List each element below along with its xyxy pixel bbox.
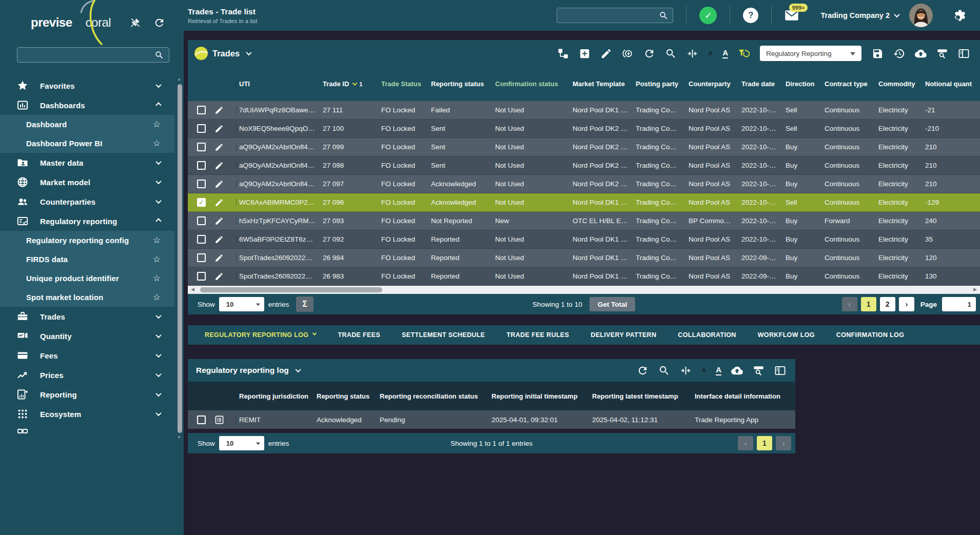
favorite-star-icon[interactable]: ☆	[153, 254, 161, 265]
tab-delivery-pattern[interactable]: DELIVERY PATTERN	[580, 325, 667, 345]
row-checkbox[interactable]	[197, 161, 206, 170]
sidebar-item[interactable]: Ecosystem	[0, 404, 174, 424]
sidebar-item[interactable]: Dashboard☆	[0, 115, 174, 134]
pagination-page-2[interactable]: 2	[880, 297, 895, 311]
edit-icon[interactable]	[214, 253, 224, 263]
row-checkbox[interactable]	[197, 124, 206, 133]
row-checkbox[interactable]	[197, 235, 206, 244]
tab-trade-fee-rules[interactable]: TRADE FEE RULES	[496, 325, 580, 345]
table-row[interactable]: aQ9OyAM2xAbrlOnfl4…27 097FO LockedAcknow…	[188, 175, 980, 193]
tab-settlement-schedule[interactable]: SETTLEMENT SCHEDULE	[391, 325, 496, 345]
tab-regulatory-reporting-log[interactable]: REGULATORY REPORTING LOG	[194, 325, 327, 345]
table-row[interactable]: SpotTrades26092022…26 983FO LockedReport…	[188, 267, 980, 286]
column-header-latest_timestamp[interactable]: Reporting latest timestamp	[592, 392, 695, 400]
column-header-uti[interactable]: UTI	[236, 80, 323, 88]
edit-icon[interactable]	[214, 124, 224, 133]
layout-icon[interactable]	[958, 48, 970, 60]
column-header-interface[interactable]: Interface detail information	[695, 392, 795, 400]
sidebar-item[interactable]: Regulatory reporting	[0, 211, 174, 231]
edit-icon[interactable]	[214, 216, 224, 226]
search-icon[interactable]	[659, 11, 669, 21]
edit-icon[interactable]	[214, 235, 224, 244]
font-size-icon[interactable]: A	[716, 365, 721, 375]
sidebar-item[interactable]: Counterparties	[0, 192, 174, 211]
column-header-confirmation_status[interactable]: Confirmation status	[495, 80, 573, 88]
global-search-input[interactable]	[561, 12, 659, 19]
account-menu[interactable]: Trading Company 2	[820, 11, 899, 19]
column-header-trade_date[interactable]: Trade date	[741, 80, 786, 88]
scroll-right-icon[interactable]: ▶	[973, 287, 977, 292]
column-header-notional[interactable]: Notional quant	[925, 80, 980, 88]
column-header-initial_timestamp[interactable]: Reporting initial timestamp	[492, 392, 592, 400]
scroll-left-icon[interactable]: ◀	[191, 287, 194, 292]
column-header-status[interactable]: Reporting status	[317, 392, 380, 400]
sidebar-item[interactable]: Favorites	[0, 76, 174, 95]
search-icon[interactable]	[154, 50, 164, 60]
pagination-page-1[interactable]: 1	[861, 297, 876, 311]
pagination-page-1[interactable]: 1	[757, 436, 772, 450]
chevron-down-icon[interactable]	[295, 367, 301, 372]
column-header-jurisdiction[interactable]: Reporting jurisdiction	[236, 392, 317, 400]
edit-icon[interactable]	[214, 272, 224, 281]
page-input[interactable]	[942, 297, 976, 311]
column-header-commodity[interactable]: Commodity	[878, 80, 925, 88]
unpin-icon[interactable]	[129, 17, 141, 29]
edit-icon[interactable]	[214, 161, 224, 170]
favorite-star-icon[interactable]: ☆	[153, 138, 161, 149]
table-row[interactable]: aQ9OyAM2xAbrlOnfl4…27 098FO LockedSentNo…	[188, 156, 980, 175]
sidebar-item[interactable]: Reporting	[0, 385, 174, 404]
pagination-next[interactable]: ›	[899, 297, 914, 311]
chevron-down-icon[interactable]	[246, 50, 252, 55]
help-icon[interactable]: ?	[743, 8, 758, 23]
table-row[interactable]: aQ9OyAM2xAbrlOnfl4…27 099FO LockedSentNo…	[188, 138, 980, 156]
sidebar-item[interactable]: Spot market location☆	[0, 288, 174, 307]
refresh-icon[interactable]	[643, 48, 655, 60]
favorite-star-icon[interactable]: ☆	[153, 235, 161, 246]
collapse-columns-icon[interactable]	[680, 365, 692, 377]
collapse-columns-icon[interactable]	[687, 48, 698, 60]
search-icon[interactable]	[658, 365, 670, 377]
row-checkbox[interactable]	[197, 106, 206, 114]
sidebar-scrollbar[interactable]: ▲ ▼	[177, 77, 183, 440]
add-circle-icon[interactable]	[622, 48, 634, 60]
add-icon[interactable]	[579, 48, 591, 60]
app-logo[interactable]: previse coral	[31, 15, 111, 30]
edit-icon[interactable]	[214, 198, 224, 207]
page-size-select[interactable]: 10	[219, 297, 264, 311]
row-checkbox[interactable]	[197, 253, 206, 262]
table-row[interactable]: REMITAcknowledgedPending2025-04-01, 09:3…	[188, 410, 795, 429]
row-checkbox[interactable]	[197, 216, 206, 225]
sidebar-item[interactable]: FIRDS data☆	[0, 250, 174, 269]
layout-icon[interactable]	[774, 365, 786, 377]
sidebar-item[interactable]: Master data	[0, 153, 174, 172]
table-row[interactable]: h5xHzTpKFCAYCyRM…27 093FO LockedNot Repo…	[188, 212, 980, 230]
save-icon[interactable]	[872, 48, 884, 60]
mail-icon[interactable]: 999+	[785, 10, 799, 21]
sidebar-item[interactable]: Unique product identifier☆	[0, 269, 174, 288]
edit-icon[interactable]	[214, 143, 224, 152]
column-header-contract_type[interactable]: Contract type	[825, 80, 878, 88]
scroll-up-icon[interactable]: ▲	[177, 77, 181, 82]
sidebar-item[interactable]: Market model	[0, 172, 174, 192]
sidebar-item[interactable]: Dashboards	[0, 95, 174, 115]
filter-reset-icon[interactable]	[738, 48, 750, 60]
sidebar-item[interactable]: Regulatory reporting config☆	[0, 231, 174, 250]
column-header-trade_status[interactable]: Trade Status	[381, 80, 431, 88]
listbox-icon[interactable]	[214, 415, 224, 425]
tab-collaboration[interactable]: COLLABORATION	[667, 325, 747, 345]
sidebar-item[interactable]	[0, 424, 174, 439]
view-selector[interactable]: Regulatory Reporting	[760, 46, 861, 61]
pagination-next[interactable]: ›	[776, 436, 791, 450]
search-icon[interactable]	[665, 48, 677, 60]
row-checkbox[interactable]	[197, 143, 206, 151]
column-header-market_template[interactable]: Market Template	[573, 80, 636, 88]
column-header-trade_id[interactable]: Trade ID1	[323, 80, 381, 88]
edit-icon[interactable]	[600, 48, 612, 60]
favorite-star-icon[interactable]: ☆	[153, 119, 161, 130]
column-header-direction[interactable]: Direction	[786, 80, 825, 88]
get-total-button[interactable]: Get Total	[590, 297, 636, 311]
favorite-star-icon[interactable]: ☆	[153, 292, 161, 303]
sum-button[interactable]: Σ	[296, 296, 313, 312]
sidebar-scrollbar-thumb[interactable]	[178, 84, 182, 433]
column-search-icon[interactable]	[753, 365, 765, 377]
